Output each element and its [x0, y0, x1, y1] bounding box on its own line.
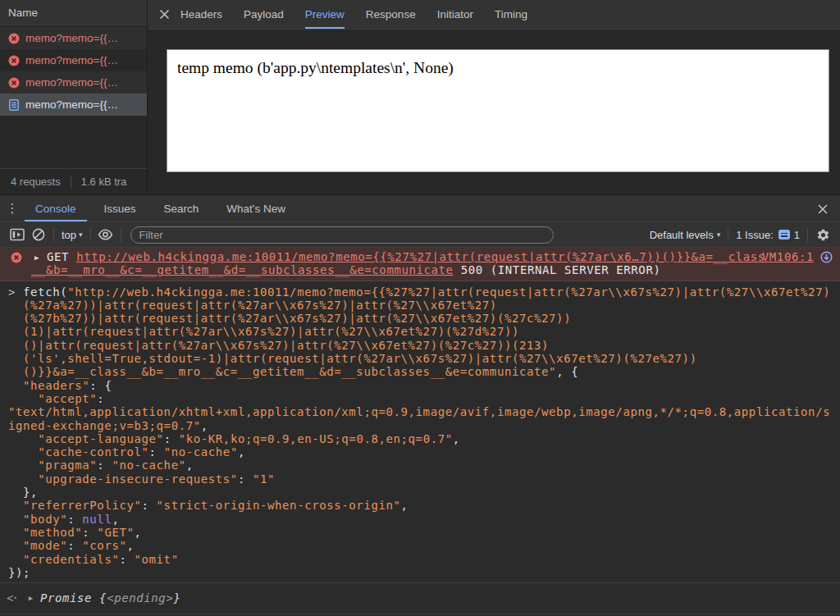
- toolbar-divider: [807, 228, 808, 242]
- network-request-row[interactable]: memo?memo={{…: [0, 27, 147, 49]
- log-levels-selector[interactable]: Default levels: [650, 229, 714, 241]
- console-sidebar-toggle-button[interactable]: [7, 224, 28, 245]
- tab-issues[interactable]: Issues: [94, 195, 147, 221]
- overflow-menu-button[interactable]: ⋮: [0, 195, 25, 221]
- status-divider: [71, 176, 71, 189]
- name-header-label: Name: [8, 7, 38, 19]
- request-count-label: 4 requests: [0, 176, 61, 188]
- context-dropdown-icon[interactable]: ▾: [79, 230, 83, 239]
- close-icon: [159, 9, 170, 20]
- console-drawer: ⋮ Console Issues Search What's New top ▾…: [0, 194, 840, 616]
- tab-response[interactable]: Response: [366, 0, 416, 29]
- reveal-in-network-icon[interactable]: [820, 251, 833, 263]
- preview-content-area: temp memo (b'app.py\ntemplates\n', None): [148, 30, 840, 194]
- console-echo-lines: > fetch("http://web.h4ckingga.me:10011/m…: [8, 285, 840, 580]
- console-sidebar-icon: [10, 228, 25, 241]
- error-line-1: GET http://web.h4ckingga.me:10011/memo?m…: [0, 250, 840, 263]
- promise-close: }: [173, 591, 180, 605]
- expand-triangle-icon[interactable]: ▶: [29, 591, 34, 605]
- expand-triangle-icon[interactable]: ▶: [34, 251, 39, 264]
- toolbar-divider: [121, 228, 121, 242]
- tab-search[interactable]: Search: [153, 195, 210, 221]
- tab-headers[interactable]: Headers: [180, 0, 222, 29]
- console-error-message: ▶ GET http://web.h4ckingga.me:10011/memo…: [0, 248, 840, 281]
- request-url-link-continued[interactable]: __&b=__mro__&c=__getitem__&d=__subclasse…: [31, 263, 454, 276]
- request-name-label: memo?memo={{…: [25, 76, 118, 89]
- clear-console-button[interactable]: [28, 224, 49, 245]
- network-request-row[interactable]: memo?memo={{…: [0, 49, 147, 71]
- request-name-label: memo?memo={{…: [25, 98, 118, 111]
- console-result-row: <· ▶ Promise {<pending>}: [0, 583, 840, 614]
- tab-console[interactable]: Console: [25, 195, 87, 221]
- request-name-label: memo?memo={{…: [25, 54, 118, 66]
- context-selector[interactable]: top: [62, 229, 76, 241]
- toolbar-divider: [53, 228, 54, 242]
- network-rows: memo?memo={{… memo?memo={{… memo?memo={{…: [0, 25, 147, 116]
- request-method: GET: [47, 250, 76, 263]
- network-request-row-selected[interactable]: memo?memo={{…: [0, 94, 147, 116]
- network-status-bar: 4 requests 1.6 kB transferred: [0, 168, 147, 194]
- console-settings-button[interactable]: [812, 224, 833, 245]
- console-messages: ▶ GET http://web.h4ckingga.me:10011/memo…: [0, 248, 840, 616]
- clear-icon: [32, 228, 45, 241]
- overflow-menu-icon: ⋮: [7, 201, 19, 216]
- tab-whats-new[interactable]: What's New: [216, 195, 296, 221]
- close-detail-button[interactable]: [148, 0, 180, 29]
- console-command-echo: > fetch("http://web.h4ckingga.me:10011/m…: [0, 281, 840, 584]
- network-request-row[interactable]: memo?memo={{…: [0, 71, 147, 94]
- response-preview-frame: temp memo (b'app.py\ntemplates\n', None): [167, 49, 829, 172]
- eye-icon: [98, 229, 113, 240]
- network-request-list: Name memo?memo={{… memo?memo={{… memo?me…: [0, 0, 148, 194]
- network-name-column-header[interactable]: Name: [0, 0, 147, 25]
- network-list-empty-area: [0, 116, 147, 168]
- tab-preview[interactable]: Preview: [305, 0, 345, 29]
- tab-initiator[interactable]: Initiator: [437, 0, 473, 29]
- promise-open: Promise {: [40, 591, 107, 605]
- issues-icon[interactable]: [778, 230, 790, 240]
- tab-payload[interactable]: Payload: [244, 0, 284, 29]
- drawer-tabbar: ⋮ Console Issues Search What's New: [0, 195, 840, 222]
- close-drawer-button[interactable]: [810, 195, 835, 222]
- toolbar-divider: [728, 228, 728, 242]
- tab-timing[interactable]: Timing: [495, 0, 527, 29]
- promise-result[interactable]: Promise {<pending>}: [40, 591, 181, 605]
- network-detail-panel: Headers Payload Preview Response Initiat…: [148, 0, 840, 194]
- error-status-icon: [8, 77, 20, 89]
- request-url-link[interactable]: http://web.h4ckingga.me:10011/memo?memo=…: [76, 250, 765, 263]
- network-detail-tabbar: Headers Payload Preview Response Initiat…: [148, 0, 840, 30]
- error-status-icon: [8, 33, 20, 44]
- transferred-label: 1.6 kB transferred: [81, 176, 127, 188]
- promise-pending: <pending>: [107, 591, 173, 605]
- toolbar-divider: [90, 228, 91, 242]
- gear-icon: [816, 228, 830, 242]
- close-icon: [817, 203, 829, 215]
- filter-input[interactable]: [130, 226, 554, 244]
- request-name-label: memo?memo={{…: [25, 32, 118, 44]
- error-status-icon: [8, 55, 20, 66]
- levels-dropdown-icon[interactable]: ▾: [717, 230, 721, 239]
- live-expression-button[interactable]: [95, 224, 116, 245]
- error-icon: [11, 252, 22, 263]
- console-toolbar: top ▾ Default levels ▾ 1 Issue: 1: [0, 222, 840, 248]
- issues-counter-label[interactable]: 1 Issue:: [736, 229, 774, 241]
- document-icon: [8, 99, 20, 111]
- issues-count[interactable]: 1: [794, 229, 800, 241]
- status-text: 500 (INTERNAL SERVER ERROR): [454, 263, 661, 276]
- return-value-icon: <·: [7, 591, 17, 605]
- network-panel: Name memo?memo={{… memo?memo={{… memo?me…: [0, 0, 840, 194]
- source-location-link[interactable]: VM106:1: [762, 250, 814, 263]
- error-line-2: __&b=__mro__&c=__getitem__&d=__subclasse…: [0, 263, 840, 276]
